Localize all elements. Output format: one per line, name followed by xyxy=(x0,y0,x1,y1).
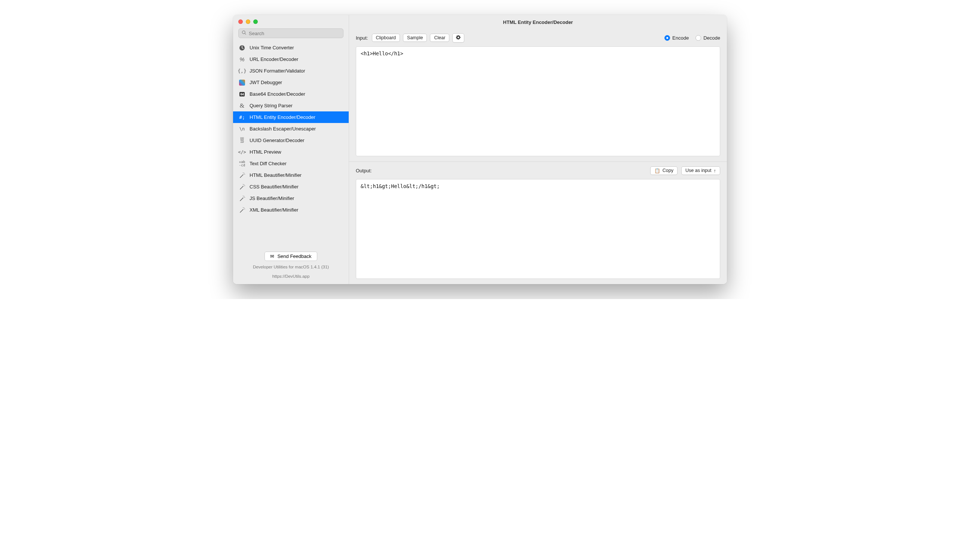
sidebar-footer: ✉ Send Feedback Developer Utilities for … xyxy=(233,248,349,284)
percent-icon: % xyxy=(238,56,246,63)
base64-icon: 64 xyxy=(238,91,246,98)
decode-label: Decode xyxy=(703,35,720,41)
arrow-up-icon: ↑ xyxy=(714,168,717,174)
app-window: Unix Time Converter%URL Encoder/Decoder{… xyxy=(233,15,727,284)
wand-icon xyxy=(238,206,246,214)
search-input[interactable] xyxy=(238,29,344,38)
radio-indicator xyxy=(664,35,670,41)
search-icon xyxy=(242,30,246,36)
encode-label: Encode xyxy=(672,35,689,41)
uuid-icon: UUID xyxy=(238,137,246,144)
use-as-input-label: Use as input xyxy=(685,168,711,173)
sidebar-item-label: Text Diff Checker xyxy=(250,161,286,166)
input-textarea[interactable]: <h1>Hello</h1> xyxy=(356,46,720,156)
jwt-icon xyxy=(238,79,246,86)
sidebar-item-0[interactable]: Unix Time Converter xyxy=(233,42,349,53)
sidebar-item-9[interactable]: </>HTML Preview xyxy=(233,146,349,158)
sidebar-item-14[interactable]: XML Beautifier/Minifier xyxy=(233,204,349,216)
close-window-button[interactable] xyxy=(238,19,243,24)
sidebar-item-label: HTML Preview xyxy=(250,149,282,155)
sidebar-item-label: JWT Debugger xyxy=(250,80,282,85)
mail-icon: ✉ xyxy=(270,254,274,259)
input-section: Input: Clipboard Sample Clear xyxy=(349,29,727,162)
panel: Input: Clipboard Sample Clear xyxy=(349,29,727,284)
sidebar-item-label: XML Beautifier/Minifier xyxy=(250,207,298,213)
sidebar-item-3[interactable]: JWT Debugger xyxy=(233,77,349,88)
output-section: Output: 📋 Copy Use as input ↑ &lt;h1&gt;… xyxy=(349,162,727,284)
sample-button[interactable]: Sample xyxy=(403,34,427,42)
output-label: Output: xyxy=(356,168,372,174)
sidebar-item-2[interactable]: {,}JSON Formatter/Validator xyxy=(233,65,349,77)
backslash-icon: \n xyxy=(238,125,246,133)
copy-label: Copy xyxy=(662,168,674,173)
sidebar-item-label: Base64 Encoder/Decoder xyxy=(250,91,305,97)
sidebar-item-label: CSS Beautifier/Minifier xyxy=(250,184,299,190)
sidebar-item-label: Query String Parser xyxy=(250,103,293,108)
sidebar-item-12[interactable]: CSS Beautifier/Minifier xyxy=(233,181,349,193)
diff-icon: +ab-cd xyxy=(238,160,246,168)
hash-icon: #; xyxy=(238,114,246,121)
input-label: Input: xyxy=(356,35,368,41)
decode-radio[interactable]: Decode xyxy=(696,35,720,41)
footer-version: Developer Utilities for macOS 1.4.1 (31) xyxy=(238,264,344,270)
sidebar-item-11[interactable]: HTML Beautifier/Minifier xyxy=(233,169,349,181)
footer-url: https://DevUtils.app xyxy=(238,273,344,280)
send-feedback-button[interactable]: ✉ Send Feedback xyxy=(264,252,317,261)
gear-icon xyxy=(456,35,461,41)
tool-list: Unix Time Converter%URL Encoder/Decoder{… xyxy=(233,40,349,248)
minimize-window-button[interactable] xyxy=(246,19,250,24)
clock-icon xyxy=(238,44,246,52)
braces-icon: {,} xyxy=(238,67,246,75)
sidebar-item-6[interactable]: #;HTML Entity Encoder/Decoder xyxy=(233,112,349,123)
fullscreen-window-button[interactable] xyxy=(253,19,258,24)
sidebar-item-8[interactable]: UUIDUUID Generator/Decoder xyxy=(233,135,349,146)
sidebar-item-13[interactable]: JS Beautifier/Minifier xyxy=(233,193,349,204)
clipboard-icon: 📋 xyxy=(654,168,660,174)
copy-button[interactable]: 📋 Copy xyxy=(650,166,678,175)
sidebar-item-1[interactable]: %URL Encoder/Decoder xyxy=(233,53,349,65)
search-field[interactable] xyxy=(249,31,340,36)
sidebar-item-4[interactable]: 64Base64 Encoder/Decoder xyxy=(233,88,349,100)
wand-icon xyxy=(238,172,246,179)
radio-indicator xyxy=(696,35,701,41)
settings-button[interactable] xyxy=(452,33,464,43)
sidebar-item-label: Backslash Escaper/Unescaper xyxy=(250,126,316,132)
sidebar-item-label: JS Beautifier/Minifier xyxy=(250,196,294,201)
sidebar-item-label: UUID Generator/Decoder xyxy=(250,137,304,143)
output-textarea[interactable]: &lt;h1&gt;Hello&lt;/h1&gt; xyxy=(356,179,720,279)
sidebar-item-label: HTML Beautifier/Minifier xyxy=(250,172,302,178)
main-content: HTML Entity Encoder/Decoder Input: Clipb… xyxy=(349,15,727,284)
sidebar-item-5[interactable]: &Query String Parser xyxy=(233,100,349,112)
sidebar-item-label: URL Encoder/Decoder xyxy=(250,56,298,62)
wand-icon xyxy=(238,195,246,202)
use-as-input-button[interactable]: Use as input ↑ xyxy=(681,166,720,175)
sidebar-item-10[interactable]: +ab-cdText Diff Checker xyxy=(233,158,349,169)
ampersand-icon: & xyxy=(238,102,246,110)
wand-icon xyxy=(238,183,246,191)
window-controls xyxy=(238,19,258,24)
angle-icon: </> xyxy=(238,148,246,156)
sidebar-item-label: JSON Formatter/Validator xyxy=(250,68,305,73)
sidebar: Unix Time Converter%URL Encoder/Decoder{… xyxy=(233,15,349,284)
clear-button[interactable]: Clear xyxy=(430,34,449,42)
window-title: HTML Entity Encoder/Decoder xyxy=(349,15,727,29)
sidebar-item-label: HTML Entity Encoder/Decoder xyxy=(250,114,315,120)
encode-radio[interactable]: Encode xyxy=(664,35,689,41)
sidebar-item-label: Unix Time Converter xyxy=(250,45,294,51)
clipboard-button[interactable]: Clipboard xyxy=(372,34,400,42)
send-feedback-label: Send Feedback xyxy=(277,254,311,259)
sidebar-item-7[interactable]: \nBackslash Escaper/Unescaper xyxy=(233,123,349,135)
